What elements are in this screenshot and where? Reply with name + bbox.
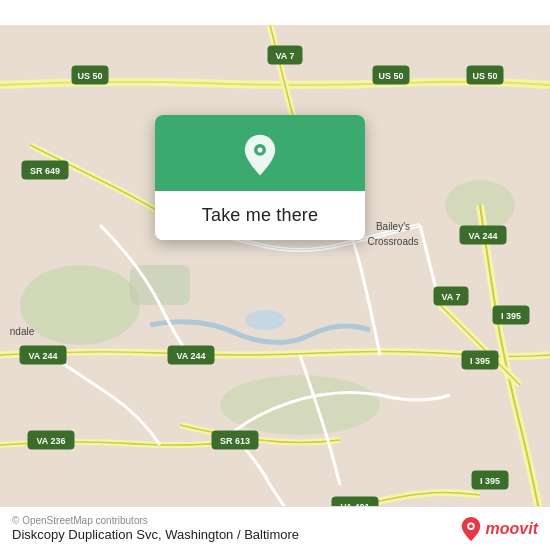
take-me-there-button[interactable]: Take me there xyxy=(155,191,365,240)
moovit-pin-icon xyxy=(460,516,482,542)
svg-text:I 395: I 395 xyxy=(470,356,490,366)
map-svg: US 50 US 50 US 50 VA 7 SR 649 VA 244 VA … xyxy=(0,0,550,550)
svg-text:US 50: US 50 xyxy=(77,71,102,81)
card-green-section xyxy=(155,115,365,191)
svg-text:VA 244: VA 244 xyxy=(176,351,205,361)
svg-point-41 xyxy=(257,147,262,152)
copyright-text: © OpenStreetMap contributors xyxy=(12,515,299,526)
location-pin-icon xyxy=(238,133,282,177)
bottom-bar: © OpenStreetMap contributors Diskcopy Du… xyxy=(0,506,550,550)
svg-text:Crossroads: Crossroads xyxy=(367,236,418,247)
svg-text:VA 236: VA 236 xyxy=(36,436,65,446)
svg-point-1 xyxy=(20,265,140,345)
location-card: Take me there xyxy=(155,115,365,240)
svg-text:VA 244: VA 244 xyxy=(468,231,497,241)
svg-text:ndale: ndale xyxy=(10,326,35,337)
svg-text:VA 7: VA 7 xyxy=(441,292,460,302)
moovit-text: moovit xyxy=(486,520,538,538)
svg-text:US 50: US 50 xyxy=(472,71,497,81)
svg-point-43 xyxy=(469,524,473,528)
moovit-logo[interactable]: moovit xyxy=(460,516,538,542)
svg-text:VA 244: VA 244 xyxy=(28,351,57,361)
svg-text:SR 649: SR 649 xyxy=(30,166,60,176)
bottom-left: © OpenStreetMap contributors Diskcopy Du… xyxy=(12,515,299,542)
svg-text:I 395: I 395 xyxy=(501,311,521,321)
map-container: US 50 US 50 US 50 VA 7 SR 649 VA 244 VA … xyxy=(0,0,550,550)
svg-point-6 xyxy=(245,310,285,330)
svg-text:US 50: US 50 xyxy=(378,71,403,81)
location-title: Diskcopy Duplication Svc, Washington / B… xyxy=(12,527,299,542)
svg-text:Bailey's: Bailey's xyxy=(376,221,410,232)
svg-text:I 395: I 395 xyxy=(480,476,500,486)
svg-text:SR 613: SR 613 xyxy=(220,436,250,446)
svg-text:VA 7: VA 7 xyxy=(275,51,294,61)
